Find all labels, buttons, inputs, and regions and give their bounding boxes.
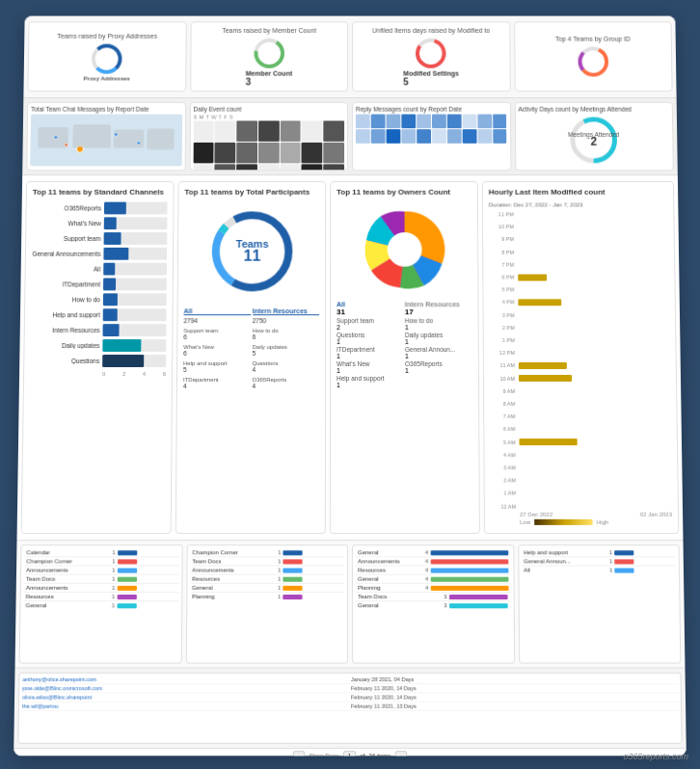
pie-stat-it: ITDepartment 1 — [337, 346, 404, 359]
row-bar — [283, 568, 342, 572]
hour-bar-row — [518, 286, 668, 294]
bar-fill — [103, 248, 128, 260]
row-val: 1 — [252, 568, 282, 573]
row-name: All — [524, 568, 583, 573]
hour-bar-row — [519, 400, 670, 408]
row-bar-inner — [283, 595, 302, 599]
bar-axis: 0 2 4 6 — [30, 371, 166, 377]
prev-page-button[interactable]: ‹ — [293, 751, 305, 756]
row-bar — [118, 550, 177, 555]
hour-label: 12 PM — [490, 350, 515, 356]
bar-item: What's New — [32, 217, 167, 229]
heatmap-cell — [193, 120, 214, 141]
row-val: 4 — [405, 585, 428, 591]
row-val: 1 — [252, 585, 282, 591]
row-bar-inner — [283, 559, 302, 564]
stat-howtodo-num: 6 — [253, 333, 319, 340]
hour-label: 3 PM — [490, 312, 515, 318]
row-name: Announcements — [192, 568, 252, 573]
hour-label: 3 AM — [491, 464, 516, 470]
heatmap — [193, 120, 344, 171]
bar-fill — [103, 308, 118, 321]
metric-member: Teams raised by Member Count Member Coun… — [190, 21, 348, 92]
legend-high: High — [597, 519, 608, 525]
axis-0: 0 — [102, 371, 105, 377]
reply-heatmap — [356, 115, 507, 144]
stat-intern: Intern Resources 2750 — [253, 306, 319, 325]
table-row-item: Team Docs1 — [190, 557, 344, 566]
stat-daily-num: 5 — [253, 350, 319, 357]
panel2-title: Top 11 teams by Total Participants — [184, 188, 319, 197]
pie-stat-all: All 31 — [337, 301, 404, 316]
bottom-table: General4Announcements4Resources4General4… — [352, 544, 515, 663]
pie-stat-whatsnew: What's New 1 — [337, 360, 404, 374]
bar-label: What's New — [32, 220, 101, 226]
hour-label: 4 PM — [489, 300, 514, 305]
table-row-item: All1 — [522, 567, 676, 574]
bottom-table: Champion Corner1Team Docs1Announcements1… — [185, 544, 348, 663]
pie-stat-support: Support team 2 — [337, 317, 404, 331]
row-name: Team Docs — [26, 576, 86, 582]
row-val: 4 — [405, 568, 428, 573]
row-val: 1 — [252, 549, 282, 555]
chart-chat-messages: Total Team Chat Messages by Report Date — [26, 102, 185, 171]
bar-fill — [104, 232, 121, 245]
bar-label: ITDepartment — [31, 281, 100, 288]
stat-whatsnew-num: 6 — [183, 350, 250, 357]
row-name: Help and support — [524, 549, 583, 555]
metric-member-title: Teams raised by Member Count — [222, 27, 316, 34]
row-bar — [117, 595, 176, 599]
stat-help-num: 5 — [183, 366, 251, 373]
table-row-item: General4 — [356, 575, 510, 584]
page-1-button[interactable]: 1 — [343, 751, 357, 756]
stat-questions-num: 4 — [253, 366, 319, 373]
heatmap-cell — [493, 115, 507, 129]
row-bar — [430, 559, 508, 564]
stat-intern-name: Intern Resources — [253, 307, 319, 314]
panel3-title: Top 11 teams by Owners Count — [337, 188, 471, 197]
row-bar — [430, 568, 508, 572]
next-page-button[interactable]: › — [395, 751, 407, 756]
hour-bar — [518, 275, 547, 281]
row-bar-inner — [430, 576, 508, 581]
heatmap-cell — [462, 129, 476, 144]
pie-stat-questions: Questions 1 — [337, 331, 404, 345]
heatmap-cell — [386, 129, 400, 144]
metric-proxy-title: Teams raised by Proxy Addresses — [57, 32, 157, 39]
table-row-item: Announcements4 — [356, 557, 510, 566]
row-val: 1 — [582, 558, 612, 564]
table-row-item: General Announ...1 — [522, 557, 676, 566]
table-row-item: Planning4 — [356, 584, 510, 593]
hour-bar-row — [518, 224, 668, 231]
stat-all-num: 2794 — [183, 317, 250, 324]
hour-label: 12 AM — [491, 503, 516, 509]
table-row-item: General1 — [24, 601, 178, 609]
page-label: Show Page — [309, 753, 338, 756]
row-bar-inner — [614, 559, 633, 564]
row-bar-inner — [118, 550, 137, 555]
row-val: 1 — [86, 549, 116, 555]
row-bar-inner — [430, 585, 508, 590]
axis-4: 4 — [143, 371, 146, 377]
panel1-title: Top 11 teams by Standard Channels — [33, 188, 168, 197]
heatmap-cell — [356, 115, 370, 129]
hour-bar-row — [518, 311, 669, 319]
table-row-item: Announcements1 — [190, 567, 344, 575]
row-bar — [430, 585, 508, 590]
row-name: General — [192, 585, 252, 591]
heatmap-cell — [324, 120, 345, 141]
heatmap-cell — [401, 115, 416, 129]
svg-rect-13 — [147, 129, 174, 150]
row-bar — [117, 603, 176, 608]
bottom-section: Calendar1Champion Corner1Announcements1T… — [15, 541, 686, 669]
row-val: 3 — [417, 594, 447, 599]
hour-bar-row — [519, 349, 670, 357]
row-bar — [283, 559, 342, 564]
row-val: 1 — [86, 568, 116, 573]
heatmap-cell — [432, 115, 446, 129]
row-name: Planning — [192, 594, 252, 599]
row-name: Champion Corner — [26, 558, 86, 564]
hour-label: 6 AM — [490, 427, 515, 433]
row-val: 1 — [85, 602, 115, 608]
row-name: Team Docs — [358, 594, 417, 599]
